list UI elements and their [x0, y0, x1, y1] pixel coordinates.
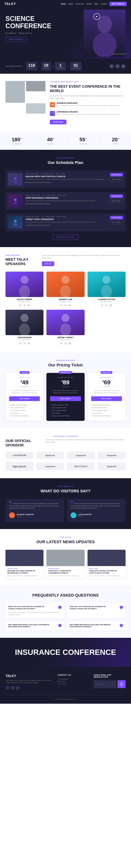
instagram-icon[interactable]: in — [121, 64, 126, 68]
testimonial-text-0: Lorem ipsum dolor sit amet, consectetur … — [9, 502, 60, 509]
footer-bottom: © 2022 Talky. All Rights Reserved. — [5, 695, 126, 700]
view-more-0[interactable]: VIEW MORE — [110, 173, 123, 177]
speaker-ig-4[interactable]: in — [68, 342, 71, 345]
speaker-tw-3[interactable]: t — [23, 342, 26, 345]
speaker-ig-3[interactable]: in — [27, 342, 30, 345]
buy-ticket-1[interactable]: BUY TICKET — [110, 199, 123, 203]
pricing-badge-1: Standard Plan — [59, 371, 72, 374]
newsletter-submit-button[interactable]: ▶ SIGN UP — [117, 680, 126, 688]
speaker-fb-0[interactable]: f — [19, 304, 22, 307]
read-more-button[interactable]: READ MORE — [50, 120, 67, 124]
faq-question-2[interactable]: ARE THERE RESOURCES AVAILABLE FOR REMOTE… — [8, 624, 61, 628]
speaker-tw-0[interactable]: t — [23, 304, 26, 307]
buy-ticket-plan-1[interactable]: BUY TICKET — [50, 396, 81, 401]
schedule-item-2: Sunday, 24 Feb 2022 22 – 29 March 2023 0… — [5, 213, 126, 231]
pricing-price-0: $49 — [9, 379, 40, 386]
speaker-tw-4[interactable]: t — [64, 342, 67, 345]
insurance-section: INSURANCE CONFERENCE — [0, 638, 131, 667]
footer-contact-col: CONTACT US 📍 Our Address ✉ Our Email 📞 O… — [57, 674, 89, 690]
schedule-title-1: CROP INSURANCE CONFERENCE — [25, 197, 107, 199]
hero-person — [84, 10, 126, 57]
nav-link-eventlist[interactable]: Event List — [76, 3, 84, 5]
footer-tw-icon[interactable]: t — [10, 686, 15, 690]
footer-fb-icon[interactable]: f — [5, 686, 9, 690]
faq-question-1[interactable]: HOW CAN I STAY UPDATED ON CHANGES OR CAN… — [70, 606, 123, 610]
speaker-card-4: BRITNEY HARVEY Marketing Officer f t in — [46, 310, 84, 345]
buy-ticket-plan-2[interactable]: BUY TICKET — [91, 396, 122, 401]
nav-link-events[interactable]: Events — [86, 3, 92, 5]
sponsors-left: OUR OFFICIAL SPONSOR — [5, 439, 42, 447]
svg-point-13 — [19, 285, 30, 297]
schedule-desc-2: Lorem ipsum dolor sit amet, consectetur … — [25, 221, 107, 223]
sponsors-right: Lorem ipsum dolor sit amet, consectetur … — [46, 439, 126, 447]
faq-question-0[interactable]: HOW CAN I STAY UPDATED ON CHANGES OR CAN… — [8, 606, 61, 610]
footer-desc: Lorem ipsum dolor sit amet, consectetur … — [5, 679, 53, 684]
svg-point-9 — [13, 202, 18, 205]
intro-img-top — [26, 81, 46, 91]
countdown-seconds: 51 SECONDS — [70, 62, 82, 70]
nav-logo[interactable]: TALKY — [4, 2, 16, 6]
buy-ticket-plan-0[interactable]: BUY TICKET — [9, 396, 40, 401]
testimonial-author-0: MAURICE THORNTON Investor — [9, 512, 60, 518]
pricing-duration-0: Per Event — [9, 386, 40, 388]
faq-icon-0[interactable]: − — [58, 606, 61, 609]
faq-qtext-2: ARE THERE RESOURCES AVAILABLE FOR REMOTE… — [8, 624, 57, 628]
speaker-tw-1[interactable]: t — [64, 304, 67, 307]
footer-newsletter-col: SUBSCRIBE OUR NEWSLETTER ▶ SIGN UP — [94, 674, 126, 690]
stat-events-num: 20+ — [112, 137, 120, 143]
view-more-2[interactable]: VIEW MORE — [110, 216, 123, 219]
schedule-by-2: By Kelsey Parker | Events Conference — [25, 224, 107, 226]
faq-grid: HOW CAN I STAY UPDATED ON CHANGES OR CAN… — [5, 603, 126, 630]
nav-link-about[interactable]: About — [69, 3, 73, 5]
news-card-0: January 12, 2022 UNCOVER THE TRUE ESSENC… — [5, 550, 44, 579]
speaker-tw-2[interactable]: t — [105, 304, 108, 307]
hero-date: 12/05/2018 — [5, 32, 16, 34]
intro-section: INTRODUCTION ABOUT TALKY THE BEST EVENT … — [0, 74, 131, 132]
feature-2-1: Free Conference Seat — [91, 406, 122, 409]
facebook-icon[interactable]: f — [109, 64, 114, 68]
join-us-button[interactable]: JOIN US — [42, 261, 54, 266]
speaker-fb-1[interactable]: f — [60, 304, 63, 307]
business-icon: 🏢 — [50, 102, 55, 107]
nav-link-contact[interactable]: Contact — [101, 3, 107, 5]
schedule-img-1 — [8, 194, 23, 207]
browse-all-events-button[interactable]: BROWSE ALL EVENTS — [53, 235, 78, 240]
speaker-card-3: TOM DAVIDSON Executive Officer f t in — [5, 310, 44, 345]
buy-tickets-button[interactable]: BUY TICKETS — [109, 2, 127, 6]
speaker-socials-3: f t in — [5, 342, 44, 345]
view-more-1[interactable]: VIEW MORE — [110, 194, 123, 198]
pricing-label: CHOOSE A PRICE — [5, 360, 126, 361]
speaker-name-0: KELSEY PARKER — [5, 299, 44, 301]
speaker-ig-2[interactable]: in — [109, 304, 112, 307]
speaker-ig-1[interactable]: in — [68, 304, 71, 307]
faq-icon-1[interactable]: + — [120, 606, 123, 609]
speaker-fb-2[interactable]: f — [101, 304, 104, 307]
pricing-type-1: Standard Plan — [50, 376, 81, 378]
twitter-icon[interactable]: t — [115, 64, 120, 68]
newsletter-email-input[interactable] — [94, 680, 116, 688]
svg-point-7 — [13, 180, 18, 183]
view-schedule-button[interactable]: VIEW SCHEDULE — [5, 37, 27, 42]
faq-icon-2[interactable]: + — [58, 624, 61, 627]
buy-ticket-2[interactable]: BUY TICKET — [110, 220, 123, 224]
footer-ig-icon[interactable]: in — [16, 686, 20, 690]
nav-link-blog[interactable]: Blog — [95, 3, 98, 5]
buy-ticket-0[interactable]: BUY TICKET — [110, 178, 123, 181]
play-button[interactable]: ▶ — [94, 13, 100, 20]
svg-point-15 — [60, 285, 71, 297]
feature-2-2: Free Conference Meal — [91, 409, 122, 412]
nav-link-home[interactable]: Home — [61, 3, 66, 5]
speaker-fb-4[interactable]: f — [60, 342, 63, 345]
svg-point-21 — [60, 323, 71, 335]
hero-location: New York, NY — [19, 32, 32, 34]
copyright-text: © 2022 Talky. All Rights Reserved. — [5, 699, 126, 700]
faq-icon-3[interactable]: + — [120, 624, 123, 627]
intro-label: INTRODUCTION ABOUT TALKY — [50, 81, 126, 83]
speaker-fb-3[interactable]: f — [19, 342, 22, 345]
faq-question-3[interactable]: ARE THERE RESOURCES AVAILABLE FOR REMOTE… — [70, 624, 123, 628]
schedule-time-2: 09:00 – 18:00 — [57, 216, 66, 217]
schedule-time-1: 09:00 – 18:00 — [57, 194, 67, 196]
speaker-ig-0[interactable]: in — [27, 304, 30, 307]
speaker-avatar-1 — [46, 272, 84, 297]
sep1: : — [38, 64, 40, 68]
